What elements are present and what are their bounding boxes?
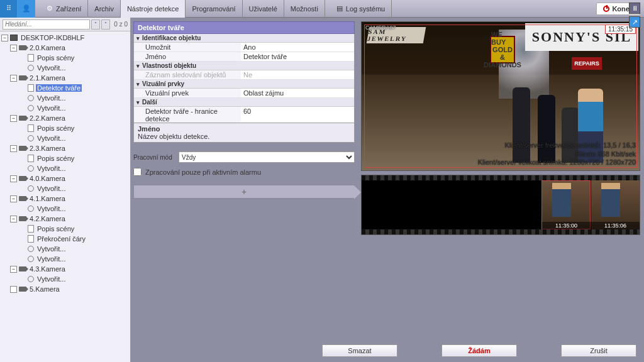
property-group[interactable]: ▾Identifikace objektu	[134, 34, 354, 43]
search-count: 0 z 0	[114, 21, 128, 28]
camera-label: CAMERA07	[365, 25, 396, 31]
property-description: Jméno Název objektu detekce.	[133, 123, 355, 143]
tree-node[interactable]: Překročení čáry	[1, 234, 129, 244]
apps-icon[interactable]: ⠿	[0, 0, 18, 18]
tree-node[interactable]: Vytvořit...	[1, 63, 129, 73]
thumbnail[interactable]: 11:35:00	[541, 180, 591, 229]
device-tree[interactable]: −DESKTOP-IKD8HLF−2.0.KameraPopis scényVy…	[0, 31, 130, 362]
sidebar: ˄ ˅ 0 z 0 −DESKTOP-IKD8HLF−2.0.KameraPop…	[0, 18, 131, 362]
delete-button[interactable]: Smazat	[322, 344, 397, 357]
tree-node[interactable]: Vytvořit...	[1, 103, 129, 113]
video-preview[interactable]: SAM JEWELRY SONNY'S SIL REPAIRS WE BUYGO…	[361, 21, 640, 171]
search-input[interactable]	[3, 19, 90, 30]
mode-select[interactable]: Vždy	[179, 151, 355, 163]
property-group[interactable]: ▾Vizuální prvky	[134, 80, 354, 89]
tree-node[interactable]: Detektor tváře	[1, 83, 129, 93]
tree-node[interactable]: Vytvořit...	[1, 133, 129, 143]
thumbnail[interactable]: 11:35:06	[591, 180, 640, 229]
apply-button[interactable]: Žádám	[441, 344, 517, 357]
tree-node[interactable]: Popis scény	[1, 224, 129, 234]
tab-system-log[interactable]: ▤Log systému	[330, 0, 392, 18]
add-button[interactable]: +	[133, 185, 355, 199]
tab-options[interactable]: Možnosti	[284, 0, 325, 18]
property-row[interactable]: UmožnitAno	[134, 43, 354, 52]
tab-users[interactable]: Uživatelé	[243, 0, 284, 18]
tree-node[interactable]: Popis scény	[1, 53, 129, 63]
search-down[interactable]: ˅	[101, 19, 110, 30]
center-panel: Detektor tváře ▾Identifikace objektuUmož…	[131, 18, 357, 362]
alarm-only-label: Zpracování pouze při aktivním alarmu	[145, 168, 261, 176]
tree-node[interactable]: −4.1.Kamera	[1, 194, 129, 204]
property-group[interactable]: ▾Vlastnosti objektu	[134, 62, 354, 70]
tree-node[interactable]: −4.2.Kamera	[1, 214, 129, 224]
property-row[interactable]: Vizuální prvekOblast zájmu	[134, 89, 354, 98]
property-grid[interactable]: ▾Identifikace objektuUmožnitAnoJménoDete…	[133, 34, 355, 123]
top-toolbar: ⠿ 👤 ⚙Zařízení Archiv Nástroje detekce Pr…	[0, 0, 644, 18]
bottom-buttons: Smazat Žádám Zrušit	[189, 344, 636, 357]
tree-node[interactable]: −2.1.Kamera	[1, 73, 129, 83]
stream-info: Klient/server frekvence snímků: 13,5 / 1…	[478, 141, 636, 167]
tree-node[interactable]: Vytvořit...	[1, 93, 129, 103]
tree-node[interactable]: Popis scény	[1, 123, 129, 133]
tree-node[interactable]: 5.Kamera	[1, 284, 129, 294]
tree-node[interactable]: Popis scény	[1, 153, 129, 163]
tree-node[interactable]: Vytvořit...	[1, 254, 129, 264]
tree-node[interactable]: −2.0.Kamera	[1, 43, 129, 53]
tree-node[interactable]: Vytvořit...	[1, 204, 129, 214]
tab-archive[interactable]: Archiv	[88, 0, 121, 18]
panel-title: Detektor tváře	[133, 21, 355, 34]
link-icon[interactable]: ↗	[629, 16, 640, 28]
tree-node[interactable]: Vytvořit...	[1, 184, 129, 194]
tab-detection-tools[interactable]: Nástroje detekce	[121, 0, 186, 18]
tree-node[interactable]: −2.2.Kamera	[1, 113, 129, 123]
property-row[interactable]: JménoDetektor tváře	[134, 52, 354, 62]
pause-icon[interactable]: ⏸	[629, 3, 640, 14]
cancel-button[interactable]: Zrušit	[561, 344, 636, 357]
tree-node[interactable]: Vytvořit...	[1, 274, 129, 284]
tree-node[interactable]: −4.0.Kamera	[1, 173, 129, 184]
search-up[interactable]: ˄	[91, 19, 100, 30]
tree-node[interactable]: Vytvořit...	[1, 244, 129, 254]
tree-node[interactable]: −2.3.Kamera	[1, 143, 129, 153]
user-icon[interactable]: 👤	[18, 0, 35, 18]
property-group[interactable]: ▾Další	[134, 98, 354, 107]
alarm-only-checkbox[interactable]	[133, 168, 142, 176]
property-row[interactable]: Záznam sledování objektůNe	[134, 70, 354, 80]
tab-programming[interactable]: Programování	[186, 0, 242, 18]
tree-node[interactable]: Vytvořit...	[1, 163, 129, 173]
mode-label: Pracovní mód	[133, 154, 179, 161]
video-side-controls: ⏸ ↗	[629, 3, 640, 28]
tree-node[interactable]: −DESKTOP-IKD8HLF	[1, 33, 129, 43]
filmstrip[interactable]: 11:35:0011:35:06	[361, 175, 640, 235]
right-panel: SAM JEWELRY SONNY'S SIL REPAIRS WE BUYGO…	[357, 18, 644, 362]
tab-devices[interactable]: ⚙Zařízení	[40, 0, 88, 18]
property-row[interactable]: Detektor tváře - hranice detekce60	[134, 107, 354, 123]
power-icon	[603, 6, 609, 12]
tree-node[interactable]: −4.3.Kamera	[1, 264, 129, 274]
